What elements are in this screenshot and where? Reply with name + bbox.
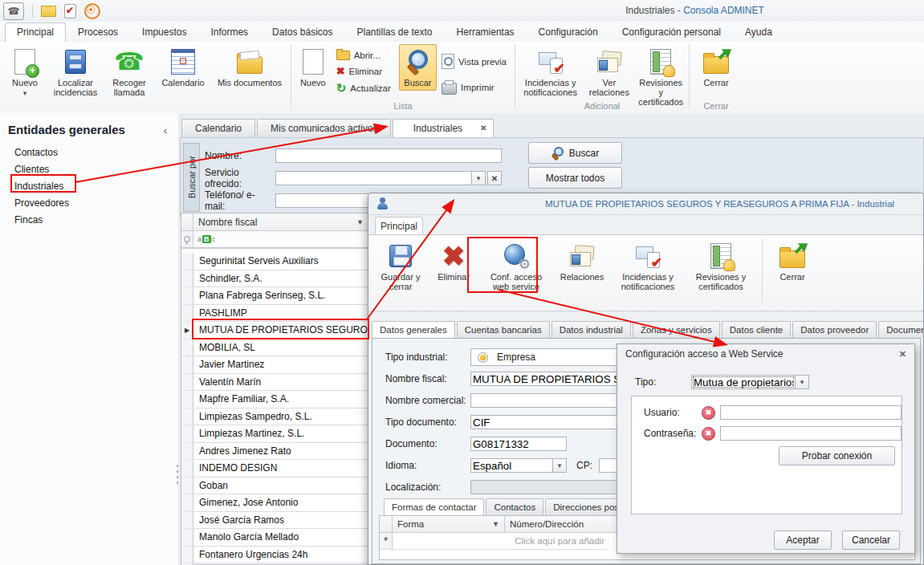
table-row[interactable]: Manolo García Mellado	[181, 529, 368, 547]
nombre-fiscal-column-header[interactable]: Nombre fiscal ▼	[193, 213, 368, 231]
buscar-por-side-tab[interactable]: Buscar por	[183, 143, 200, 212]
tipo-documento-input[interactable]	[470, 415, 621, 429]
table-row[interactable]: Limpiezas Martinez, S.L.	[181, 425, 368, 443]
tab-zonas-servicios[interactable]: Zonas y servicios	[633, 321, 720, 338]
table-row[interactable]: Valentín Marín	[181, 374, 368, 392]
dialog-titlebar[interactable]: Configuración acceso a Web Service ✕	[617, 344, 914, 364]
servicio-clear-icon[interactable]: ✕	[487, 171, 502, 185]
calendario-button[interactable]: Calendario	[154, 44, 212, 91]
relaciones-button[interactable]: Relaciones	[553, 238, 611, 311]
idioma-combo[interactable]	[470, 458, 553, 473]
mis-documentos-button[interactable]: Mis documentos	[212, 44, 287, 91]
tab-informes[interactable]: Informes	[198, 22, 260, 42]
tab-close-icon[interactable]: ✕	[480, 124, 486, 132]
tab-herramientas[interactable]: Herramientas	[445, 22, 527, 42]
tab-procesos[interactable]: Procesos	[66, 22, 130, 42]
table-row-selected[interactable]: ▶MUTUA DE PROPIETARIOS SEGUROS Y RE...	[181, 322, 368, 339]
abrir-button[interactable]: Abrir...	[336, 51, 391, 60]
idioma-dropdown-icon[interactable]	[553, 458, 567, 473]
column-filter-arrow-icon[interactable]: ▼	[492, 520, 499, 528]
aceptar-button[interactable]: Aceptar	[774, 530, 832, 550]
tab-impuestos[interactable]: Impuestos	[130, 22, 198, 42]
sidebar-item-proveedores[interactable]: Proveedores	[14, 197, 143, 212]
tab-principal[interactable]: Principal	[5, 22, 66, 42]
table-row[interactable]: Javier Martinez	[181, 356, 368, 374]
sidebar-item-industriales[interactable]: Industriales	[14, 181, 143, 195]
doc-tab-calendario[interactable]: Calendario	[181, 119, 255, 137]
table-row[interactable]: INDEMO DESIGN	[181, 460, 368, 478]
table-row[interactable]: Mapfre Familiar, S.A.	[181, 391, 368, 409]
table-row[interactable]: Schindler, S.A.	[181, 270, 368, 288]
documento-input[interactable]	[470, 437, 567, 451]
ver-relaciones-button[interactable]: Ver relaciones	[582, 44, 636, 100]
tab-plantillas[interactable]: Plantillas de texto	[344, 22, 444, 42]
actualizar-button[interactable]: ↻Actualizar	[336, 82, 391, 94]
probar-conexion-button[interactable]: Probar conexión	[779, 446, 895, 465]
incidencias-button[interactable]: ✔ Incidencias y notificaciones	[519, 44, 582, 100]
nuevo-button[interactable]: + Nuevo	[3, 44, 47, 101]
tab-configuracion[interactable]: Configuración	[527, 22, 610, 42]
tab-formas-de-contactar[interactable]: Formas de contactar	[384, 498, 484, 515]
grid-filter-row[interactable]: aBc	[181, 231, 368, 249]
tab-ayuda[interactable]: Ayuda	[733, 22, 784, 42]
table-row[interactable]: Goban	[181, 478, 368, 495]
table-row[interactable]: Limpiezas Sampedro, S.L.	[181, 409, 368, 426]
sidebar-item-clientes[interactable]: Clientes	[14, 164, 143, 178]
table-row[interactable]: Plana Fabrega Serinseg, S.L.	[181, 287, 368, 305]
tab-datos-basicos[interactable]: Datos básicos	[260, 22, 344, 42]
detail-titlebar[interactable]: MUTUA DE PROPIETARIOS SEGUROS Y REASEGUR…	[368, 193, 923, 215]
guardar-y-cerrar-button[interactable]: Guardar y cerrar	[373, 238, 428, 311]
tipo-combo[interactable]	[691, 375, 796, 389]
tab-datos-cliente[interactable]: Datos cliente	[722, 321, 791, 338]
tipo-dropdown-icon[interactable]	[796, 375, 809, 389]
vista-previa-button[interactable]: Vista previa	[442, 54, 507, 69]
eliminar-button[interactable]: ✖Eliminar	[336, 66, 391, 76]
servicio-ofrecido-input[interactable]	[275, 171, 472, 185]
detail-tab-principal[interactable]: Principal	[375, 217, 423, 235]
tab-cuentas-bancarias[interactable]: Cuentas bancarias	[457, 321, 550, 338]
cancelar-button[interactable]: Cancelar	[842, 530, 900, 550]
detail-cerrar-button[interactable]: Cerrar	[767, 238, 817, 311]
match-case-filter-icon[interactable]: aBc	[193, 231, 215, 247]
sidebar-item-contactos[interactable]: Contactos	[14, 147, 143, 161]
tab-contactos[interactable]: Contactos	[486, 498, 543, 515]
detail-revisiones-button[interactable]: Revisiones y certificados	[685, 238, 757, 311]
table-row[interactable]: José García Ramos	[181, 512, 368, 530]
localizar-incidencias-button[interactable]: Localizar incidencias	[47, 44, 104, 100]
detail-incidencias-button[interactable]: ✔ Incidencias y notificaciones	[611, 238, 685, 311]
cerrar-button[interactable]: Cerrar	[693, 44, 739, 91]
tab-datos-industrial[interactable]: Datos industrial	[552, 321, 631, 338]
empresa-radio[interactable]	[478, 352, 488, 363]
tab-documentos[interactable]: Documentos	[878, 321, 923, 338]
doc-tab-industriales[interactable]: Industriales ✕	[393, 119, 494, 137]
tab-datos-proveedor[interactable]: Datos proveedor	[792, 321, 877, 338]
dialog-close-icon[interactable]: ✕	[899, 349, 906, 360]
buscar-button[interactable]: Buscar	[399, 44, 437, 91]
table-row[interactable]: Andres Jimenez Rato	[181, 443, 368, 461]
recoger-llamada-button[interactable]: ☎ Recoger llamada	[104, 44, 154, 100]
nuevo-lista-button[interactable]: Nuevo	[295, 44, 332, 91]
table-row[interactable]: Segurinitat Serveis Auxiliars	[181, 253, 368, 270]
table-row[interactable]: PASHLIMP	[181, 305, 368, 323]
table-row[interactable]: Gimenez, Jose Antonio	[181, 494, 368, 512]
revisiones-button[interactable]: Revisiones y certificados	[636, 44, 686, 110]
contrasena-input[interactable]	[720, 426, 902, 441]
usuario-input[interactable]	[720, 405, 902, 420]
nombre-input[interactable]	[275, 148, 502, 163]
table-row[interactable]: Fontanero Urgencias 24h	[181, 547, 368, 564]
conf-acceso-web-service-button[interactable]: Conf. acceso web service	[479, 238, 553, 311]
servicio-dropdown-icon[interactable]	[472, 171, 486, 185]
detail-eliminar-button[interactable]: ✖ Eliminar	[428, 238, 479, 311]
table-row[interactable]: MOBILIA, SL	[181, 339, 368, 357]
mostrar-todos-button[interactable]: Mostrar todos	[528, 167, 622, 189]
new-row-hint[interactable]: Click aquí para añadir	[393, 533, 608, 550]
collapse-chevron-icon[interactable]: ‹	[164, 124, 167, 136]
buscar-panel-button[interactable]: Buscar	[528, 142, 622, 164]
forma-column-header[interactable]: Forma ▼	[393, 516, 505, 533]
imprimir-button[interactable]: Imprimir	[442, 80, 507, 95]
sidebar-item-fincas[interactable]: Fincas	[14, 214, 143, 229]
tab-configuracion-personal[interactable]: Configuración personal	[610, 22, 733, 42]
column-filter-arrow-icon[interactable]: ▼	[356, 218, 364, 226]
doc-tab-comunicados[interactable]: Mis comunicados activos	[257, 119, 391, 137]
tab-datos-generales[interactable]: Datos generales	[372, 321, 455, 338]
